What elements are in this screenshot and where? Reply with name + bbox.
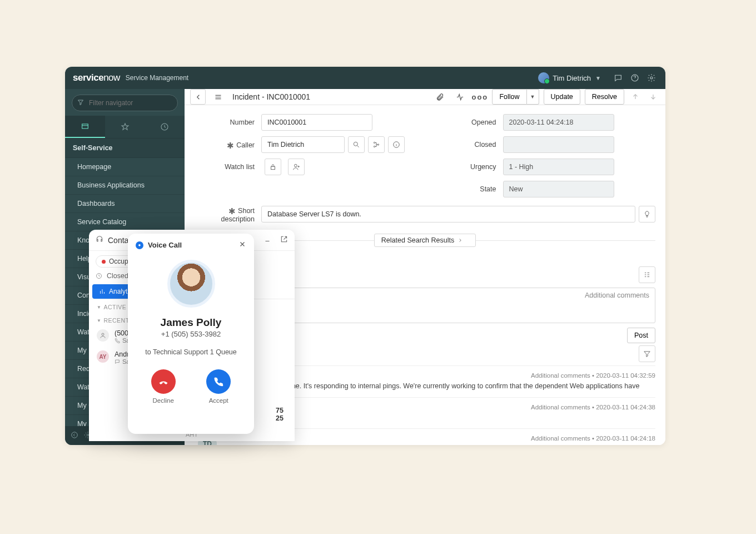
state-input[interactable] (503, 181, 614, 197)
phone-icon (206, 369, 231, 394)
nav-tabs (65, 116, 185, 139)
label-closed: Closed (436, 141, 503, 149)
chevron-down-icon: ▼ (595, 75, 601, 81)
label-state: State (436, 185, 503, 193)
closed-input (503, 136, 614, 153)
svg-point-14 (102, 333, 104, 335)
queue-label: to Technical Support 1 Queue (145, 348, 236, 356)
post-button[interactable]: Post (627, 328, 655, 343)
svg-point-7 (374, 142, 375, 143)
layout-toggle-icon[interactable] (639, 266, 655, 283)
avatar-initials: AY (97, 350, 109, 363)
opened-input (503, 114, 614, 131)
sidebar-item[interactable]: Homepage (65, 158, 185, 176)
label-number: Number (195, 118, 261, 126)
collapse-icon[interactable] (71, 431, 78, 441)
sidebar-section-title[interactable]: Self-Service (65, 139, 185, 158)
content-toolbar: Incident - INC0010001 ooo Follow ▼ Updat… (185, 89, 665, 105)
update-button[interactable]: Update (544, 89, 580, 105)
brand-logo: servicenow (73, 72, 120, 83)
lock-icon[interactable] (265, 159, 281, 175)
voice-call-popup: ● Voice Call James Polly +1 (505) 553-39… (128, 234, 254, 434)
label-watchlist: Watch list (195, 163, 261, 171)
label-opened: Opened (436, 118, 503, 126)
record-title: Incident - INC0010001 (232, 92, 310, 101)
nav-tab-history[interactable] (145, 116, 185, 138)
next-record-icon[interactable] (646, 90, 660, 103)
nav-tab-favorites[interactable] (105, 116, 145, 138)
label-short-desc: ✱Short description (195, 205, 261, 223)
voice-title: Voice Call (148, 241, 182, 249)
filter-activity-icon[interactable] (639, 345, 655, 362)
prev-record-icon[interactable] (629, 90, 642, 103)
back-button[interactable] (190, 89, 206, 105)
related-search-button[interactable]: Related Search Results (374, 234, 476, 247)
caller-avatar (167, 260, 215, 308)
svg-rect-11 (271, 166, 275, 169)
filter-navigator-input[interactable] (72, 95, 178, 111)
svg-point-8 (374, 146, 375, 147)
close-icon[interactable] (238, 240, 246, 250)
search-icon[interactable] (348, 136, 365, 153)
top-header: servicenow Service Management Tim Dietri… (65, 67, 665, 89)
gear-icon[interactable] (645, 72, 658, 84)
chat-icon[interactable] (612, 72, 624, 84)
more-icon[interactable]: ooo (472, 89, 488, 105)
status-dot-icon (102, 260, 106, 264)
follow-caret[interactable]: ▼ (527, 89, 539, 105)
sidebar-item[interactable]: Service Catalog (65, 213, 185, 231)
svg-point-9 (377, 144, 379, 145)
caller-phone: +1 (505) 553-3982 (161, 330, 221, 338)
urgency-input[interactable] (503, 159, 614, 175)
suggest-icon[interactable] (639, 206, 655, 222)
svg-point-12 (295, 164, 297, 167)
svg-point-1 (650, 77, 653, 79)
svg-point-6 (354, 142, 357, 146)
accept-button[interactable]: Accept (206, 369, 231, 404)
add-user-icon[interactable] (288, 159, 305, 175)
label-urgency: Urgency (436, 163, 503, 171)
help-icon[interactable] (629, 72, 641, 84)
number-input[interactable] (261, 114, 372, 131)
hangup-icon (151, 369, 176, 394)
sidebar-item[interactable]: Dashboards (65, 195, 185, 213)
avatar (538, 72, 549, 83)
follow-button-group: Follow ▼ (492, 89, 539, 105)
caller-name: James Polly (161, 317, 222, 329)
caller-input[interactable] (261, 136, 345, 153)
follow-button[interactable]: Follow (492, 89, 526, 105)
decline-button[interactable]: Decline (151, 369, 176, 404)
svg-point-4 (72, 432, 78, 438)
short-description-input[interactable] (261, 206, 635, 222)
label-caller: ✱Caller (195, 140, 261, 150)
resolve-button[interactable]: Resolve (585, 89, 624, 105)
tree-icon[interactable] (368, 136, 385, 153)
user-menu[interactable]: Tim Dietrich ▼ (538, 72, 601, 83)
clock-icon (96, 273, 102, 279)
voice-badge-icon: ● (136, 241, 143, 249)
person-icon (97, 329, 109, 342)
activity-icon[interactable] (452, 89, 467, 105)
attachment-icon[interactable] (432, 89, 447, 105)
funnel-icon (77, 99, 84, 107)
menu-icon[interactable] (210, 89, 226, 105)
headset-icon (96, 235, 103, 245)
minimize-icon[interactable] (263, 235, 271, 245)
info-icon[interactable] (388, 136, 405, 153)
popout-icon[interactable] (280, 235, 288, 245)
brand-subtitle: Service Management (126, 74, 188, 82)
sidebar-item[interactable]: Business Applications (65, 176, 185, 195)
username: Tim Dietrich (553, 74, 591, 82)
svg-rect-2 (82, 124, 88, 128)
comments-placeholder: Additional comments (585, 291, 649, 299)
nav-tab-all[interactable] (65, 116, 105, 138)
